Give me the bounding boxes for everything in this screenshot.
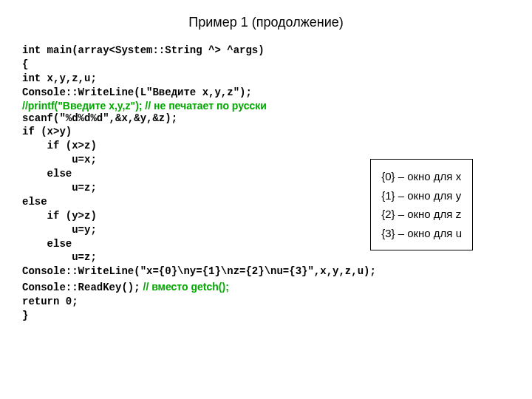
code-line: scanf("%d%d%d",&x,&y,&z); [22,112,510,126]
code-line-mixed: Console::ReadKey(); // вместо getch(); [22,279,510,295]
code-line: if (x>z) [22,139,510,153]
info-item: {0} – окно для x [381,167,462,186]
info-item: {2} – окно для z [381,205,462,224]
code-line: int main(array<System::String ^> ^args) [22,44,510,58]
code-line: return 0; [22,295,510,309]
code-comment-inline: // вместо getch(); [140,281,229,293]
code-comment: //printf("Введите x,y,z"); // не печатае… [22,100,510,112]
code-line: Console::WriteLine("x={0}\ny={1}\nz={2}\… [22,265,510,279]
code-line: { [22,58,510,72]
slide-title: Пример 1 (продолжение) [22,15,510,30]
code-line: int x,y,z,u; [22,72,510,86]
info-item: {1} – окно для y [381,186,462,205]
code-line: Console::WriteLine(L"Введите x,y,z"); [22,86,510,100]
code-line: } [22,309,510,323]
code-line: u=z; [22,250,510,265]
info-item: {3} – окно для u [381,224,462,243]
info-box: {0} – окно для x {1} – окно для y {2} – … [370,159,473,250]
code-line: if (x>y) [22,125,510,139]
code-readkey: Console::ReadKey(); [22,282,140,293]
